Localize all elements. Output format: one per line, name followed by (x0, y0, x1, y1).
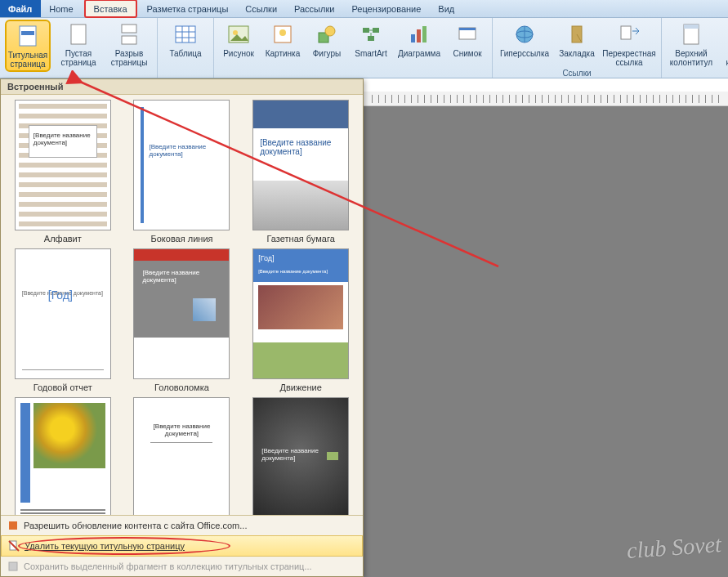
svg-rect-16 (363, 28, 369, 33)
gallery-item-motion[interactable]: [Год] [Введите название документа] Движе… (245, 248, 356, 392)
tab-view[interactable]: Вид (430, 0, 463, 17)
ribbon-group-tables: Таблица (158, 18, 214, 78)
blank-page-label: Пустая страница (57, 49, 100, 67)
tab-insert[interactable]: Вставка (84, 0, 137, 18)
svg-rect-3 (122, 25, 136, 33)
crossref-button[interactable]: Перекрестная ссылка (602, 20, 656, 69)
tab-bar: Файл Home Вставка Разметка страницы Ссыл… (0, 0, 728, 18)
page-break-icon (116, 21, 142, 47)
gallery-office-update[interactable]: Разрешить обновление контента с сайта Of… (1, 516, 363, 535)
svg-rect-30 (684, 25, 699, 29)
smartart-button[interactable]: SmartArt (351, 20, 391, 60)
tab-file[interactable]: Файл (0, 0, 41, 17)
bookmark-button[interactable]: Закладка (556, 20, 597, 60)
svg-rect-36 (9, 562, 17, 570)
svg-rect-5 (176, 26, 195, 42)
ribbon: Титульная страница Пустая страница Разры… (0, 18, 728, 78)
svg-rect-19 (411, 34, 415, 42)
ribbon-group-illustrations: Рисунок Картинка Фигуры SmartArt Диаграм… (214, 18, 493, 78)
picture-button[interactable]: Рисунок (219, 20, 258, 60)
cover-page-gallery: Встроенный [Введите название документа] … (0, 78, 364, 577)
page-break-label: Разрыв страницы (108, 49, 150, 67)
tab-mailings[interactable]: Рассылки (286, 0, 343, 17)
blank-page-icon (65, 21, 92, 47)
ribbon-group-links-label: Ссылки (562, 69, 591, 79)
gallery-footer: Разрешить обновление контента с сайта Of… (1, 515, 363, 576)
svg-rect-20 (417, 29, 421, 42)
gallery-remove-cover[interactable]: Удалить текущую титульную страницу (1, 535, 363, 557)
table-button[interactable]: Таблица (163, 20, 208, 60)
ribbon-group-pages: Титульная страница Пустая страница Разры… (0, 18, 158, 78)
ribbon-group-headerfooter: Верхний колонтитул Ниж колон (662, 18, 728, 78)
svg-rect-17 (373, 28, 379, 33)
save-icon (7, 561, 19, 572)
chart-icon (406, 21, 432, 47)
svg-rect-21 (422, 26, 427, 42)
svg-rect-1 (21, 31, 34, 35)
svg-point-13 (279, 29, 286, 36)
footer-icon (724, 21, 728, 47)
cover-page-icon (15, 23, 41, 49)
office-icon (7, 520, 19, 531)
smartart-icon (358, 21, 384, 47)
gallery-item-annual[interactable]: [Введите название документа] [Год] Годов… (7, 248, 118, 392)
remove-icon (8, 540, 20, 552)
table-icon (172, 21, 199, 47)
header-icon (678, 21, 704, 47)
table-label: Таблица (169, 49, 201, 58)
shapes-icon (314, 21, 340, 47)
hyperlink-button[interactable]: Гиперссылка (498, 20, 552, 60)
svg-rect-18 (368, 36, 374, 41)
gallery-item-puzzle[interactable]: [Введите название документа] Головоломка (127, 248, 238, 392)
bookmark-icon (564, 21, 590, 47)
gallery-scroll[interactable]: [Введите название документа] Алфавит [Вв… (1, 95, 363, 515)
gallery-item-frame[interactable]: Кадр (7, 397, 118, 515)
gallery-item-contrast[interactable]: [Введите название документа] Контрастная (245, 397, 356, 515)
cover-page-button[interactable]: Титульная страница (5, 20, 51, 72)
svg-rect-23 (459, 28, 476, 30)
gallery-item-conservative[interactable]: [Введите название документа] Консерватив… (127, 397, 238, 515)
crossref-icon (616, 21, 642, 47)
page-break-button[interactable]: Разрыв страницы (106, 20, 152, 69)
shapes-button[interactable]: Фигуры (307, 20, 346, 60)
clipart-button[interactable]: Картинка (263, 20, 302, 60)
svg-rect-28 (621, 26, 631, 39)
document-area (364, 106, 728, 577)
tab-layout[interactable]: Разметка страницы (139, 0, 238, 17)
ribbon-group-links: Гиперссылка Закладка Перекрестная ссылка… (493, 18, 662, 78)
picture-icon (226, 21, 252, 47)
tab-home[interactable]: Home (41, 0, 82, 17)
cover-page-label: Титульная страница (8, 51, 47, 69)
horizontal-ruler (364, 92, 728, 106)
tab-references[interactable]: Ссылки (237, 0, 286, 17)
gallery-header: Встроенный (1, 79, 363, 95)
gallery-save-selection: Сохранить выделенный фрагмент в коллекци… (1, 557, 363, 576)
svg-rect-0 (20, 26, 36, 46)
hyperlink-icon (511, 21, 538, 47)
svg-rect-4 (122, 36, 136, 44)
svg-point-11 (233, 30, 238, 35)
svg-rect-2 (71, 25, 86, 44)
svg-point-15 (325, 26, 335, 36)
screenshot-button[interactable]: Снимок (448, 20, 487, 60)
tab-review[interactable]: Рецензирование (343, 0, 430, 17)
gallery-item-sideline[interactable]: [Введите название документа] Боковая лин… (127, 100, 238, 244)
gallery-item-alphabet[interactable]: [Введите название документа] Алфавит (7, 100, 118, 244)
clipart-icon (270, 21, 296, 47)
footer-button[interactable]: Ниж колон (721, 20, 728, 69)
gallery-item-newspaper[interactable]: [Введите название документа] Газетная бу… (245, 100, 356, 244)
chart-button[interactable]: Диаграмма (395, 20, 443, 60)
header-button[interactable]: Верхний колонтитул (667, 20, 716, 69)
svg-rect-33 (9, 521, 17, 530)
blank-page-button[interactable]: Пустая страница (56, 20, 101, 69)
screenshot-icon (454, 21, 480, 47)
